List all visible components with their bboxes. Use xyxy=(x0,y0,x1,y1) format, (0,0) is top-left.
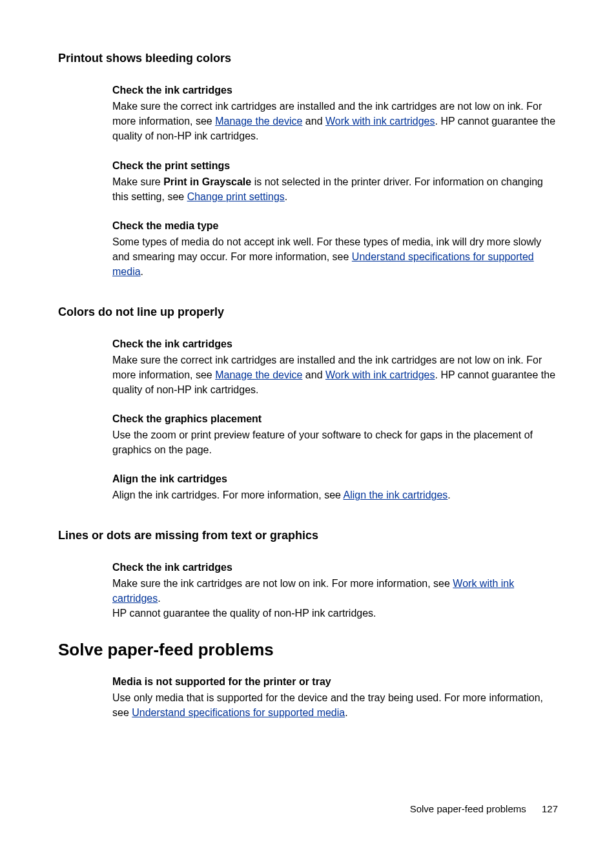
section-heading-lines-dots-missing: Lines or dots are missing from text or g… xyxy=(58,529,558,542)
section-heading-solve-paper-feed: Solve paper-feed problems xyxy=(58,640,558,660)
block-media-not-supported: Media is not supported for the printer o… xyxy=(112,676,558,720)
body-text: Make sure the correct ink cartridges are… xyxy=(112,353,558,398)
text-fragment: HP cannot guarantee the quality of non-H… xyxy=(112,608,376,619)
block-align-ink-cartridges: Align the ink cartridges Align the ink c… xyxy=(112,473,558,502)
subheading: Media is not supported for the printer o… xyxy=(112,676,558,688)
subheading: Check the ink cartridges xyxy=(112,338,558,350)
link-manage-the-device[interactable]: Manage the device xyxy=(215,369,302,380)
subheading: Check the media type xyxy=(112,220,558,232)
body-text: Make sure the ink cartridges are not low… xyxy=(112,576,558,621)
text-fragment: . xyxy=(141,266,143,277)
block-check-print-settings: Check the print settings Make sure Print… xyxy=(112,160,558,204)
text-fragment: . xyxy=(285,191,287,202)
text-fragment: Align the ink cartridges. For more infor… xyxy=(112,489,344,500)
bold-print-in-grayscale: Print in Grayscale xyxy=(163,176,251,187)
text-fragment: Make sure xyxy=(112,176,163,187)
subheading: Check the ink cartridges xyxy=(112,85,558,96)
text-fragment: and xyxy=(302,116,325,127)
body-text: Use only media that is supported for the… xyxy=(112,690,558,720)
body-text: Make sure Print in Grayscale is not sele… xyxy=(112,174,558,204)
block-check-ink-cartridges-2: Check the ink cartridges Make sure the c… xyxy=(112,338,558,398)
text-fragment: and xyxy=(302,369,325,380)
body-text: Align the ink cartridges. For more infor… xyxy=(112,488,558,502)
footer-text: Solve paper-feed problems xyxy=(410,803,526,814)
text-fragment: . xyxy=(158,593,160,604)
body-text: Use the zoom or print preview feature of… xyxy=(112,427,558,457)
text-fragment: . xyxy=(447,489,450,500)
page-footer: Solve paper-feed problems 127 xyxy=(410,803,558,814)
link-manage-the-device[interactable]: Manage the device xyxy=(215,116,302,127)
block-check-ink-cartridges-3: Check the ink cartridges Make sure the i… xyxy=(112,562,558,621)
text-fragment: . xyxy=(345,707,347,718)
block-check-graphics-placement: Check the graphics placement Use the zoo… xyxy=(112,413,558,457)
section-heading-colors-line-up: Colors do not line up properly xyxy=(58,305,558,319)
subheading: Align the ink cartridges xyxy=(112,473,558,485)
block-check-media-type: Check the media type Some types of media… xyxy=(112,220,558,280)
link-work-with-ink-cartridges[interactable]: Work with ink cartridges xyxy=(325,369,435,380)
body-text: Make sure the correct ink cartridges are… xyxy=(112,99,558,144)
document-page: Printout shows bleeding colors Check the… xyxy=(0,0,616,853)
subheading: Check the graphics placement xyxy=(112,413,558,425)
section-heading-bleeding-colors: Printout shows bleeding colors xyxy=(58,52,558,65)
subheading: Check the print settings xyxy=(112,160,558,172)
link-change-print-settings[interactable]: Change print settings xyxy=(187,191,285,202)
link-align-the-ink-cartridges[interactable]: Align the ink cartridges xyxy=(344,489,448,500)
subheading: Check the ink cartridges xyxy=(112,562,558,573)
text-fragment: Make sure the ink cartridges are not low… xyxy=(112,578,453,589)
body-text: Some types of media do not accept ink we… xyxy=(112,234,558,280)
link-understand-specifications[interactable]: Understand specifications for supported … xyxy=(132,707,345,718)
link-work-with-ink-cartridges[interactable]: Work with ink cartridges xyxy=(325,116,435,127)
page-number: 127 xyxy=(542,803,558,814)
block-check-ink-cartridges-1: Check the ink cartridges Make sure the c… xyxy=(112,85,558,144)
